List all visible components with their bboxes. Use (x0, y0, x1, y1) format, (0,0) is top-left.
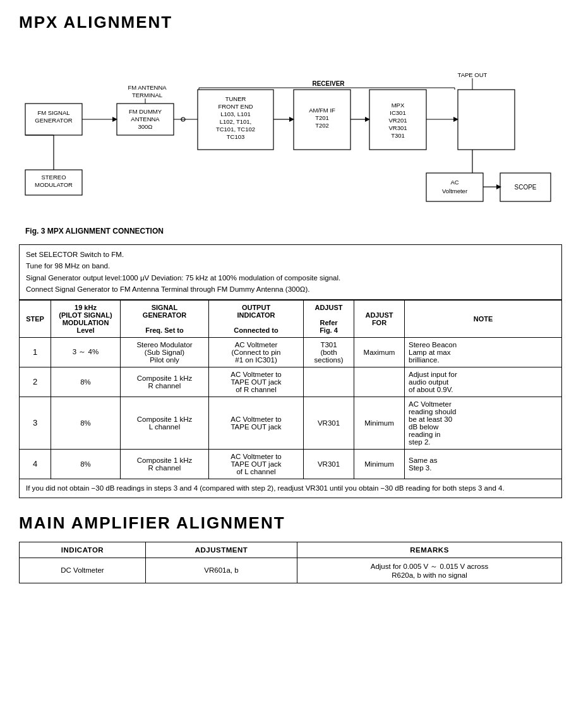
svg-text:GENERATOR: GENERATOR (35, 117, 72, 124)
svg-text:TERMINAL: TERMINAL (132, 92, 162, 98)
footer-note: If you did not obtain −30 dB readings in… (19, 479, 562, 498)
amp-row1-remarks: Adjust for 0.005 V ～ 0.015 V acrossR620a… (297, 558, 562, 583)
svg-text:T301: T301 (391, 132, 405, 139)
row1-output-indicator: AC Voltmeter(Connect to pin#1 on IC301) (209, 337, 304, 367)
row2-output-indicator: AC Voltmeter toTAPE OUT jackof R channel (209, 367, 304, 397)
amp-row1-indicator: DC Voltmeter (20, 558, 146, 583)
row2-step: 2 (20, 367, 51, 397)
svg-text:AC: AC (450, 179, 458, 186)
row1-adjust-for: Maximum (354, 337, 405, 367)
amp-col-adjustment: ADJUSTMENT (146, 542, 297, 558)
svg-text:TC103: TC103 (227, 133, 245, 140)
svg-rect-43 (458, 90, 515, 150)
row3-signal-gen: Composite 1 kHzL channel (121, 397, 209, 449)
row3-adjust: VR301 (304, 397, 354, 449)
table-row: 2 8% Composite 1 kHzR channel AC Voltmet… (20, 367, 562, 397)
amp-alignment-table: INDICATOR ADJUSTMENT REMARKS DC Voltmete… (19, 542, 562, 583)
row3-note: AC Voltmeterreading shouldbe at least 30… (405, 397, 562, 449)
svg-text:VR201: VR201 (388, 117, 407, 124)
svg-text:VR301: VR301 (388, 124, 407, 131)
svg-text:TC101, TC102: TC101, TC102 (216, 126, 255, 133)
row1-modulation: 3 ～ 4% (51, 337, 121, 367)
setup-notes: Set SELECTOR Switch to FM. Tune for 98 M… (19, 244, 562, 300)
amp-col-remarks: REMARKS (297, 542, 562, 558)
row2-adjust-for (354, 367, 405, 397)
svg-text:TAPE OUT: TAPE OUT (458, 71, 488, 78)
amp-row1-adjustment: VR601a, b (146, 558, 297, 583)
col-header-modulation: 19 kHz(PILOT SIGNAL)MODULATIONLevel (51, 300, 121, 337)
row4-note: Same asStep 3. (405, 449, 562, 479)
fig-caption: Fig. 3 MPX ALIGNMENT CONNECTION (19, 227, 562, 236)
setup-line4: Connect Signal Generator to FM Antenna T… (26, 283, 555, 295)
row3-adjust-for: Minimum (354, 397, 405, 449)
svg-text:RECEIVER: RECEIVER (312, 80, 345, 87)
svg-text:T202: T202 (315, 122, 329, 129)
svg-marker-49 (496, 184, 501, 189)
row2-adjust (304, 367, 354, 397)
svg-text:MODULATOR: MODULATOR (35, 181, 73, 188)
row4-adjust-for: Minimum (354, 449, 405, 479)
col-header-step: STEP (20, 300, 51, 337)
table-row: 1 3 ～ 4% Stereo Modulator(Sub Signal)Pil… (20, 337, 562, 367)
row4-step: 4 (20, 449, 51, 479)
setup-line1: Set SELECTOR Switch to FM. (26, 249, 555, 260)
row2-signal-gen: Composite 1 kHzR channel (121, 367, 209, 397)
row3-output-indicator: AC Voltmeter toTAPE OUT jack (209, 397, 304, 449)
svg-text:300Ω: 300Ω (138, 123, 153, 130)
row1-note: Stereo BeaconLamp at maxbrilliance. (405, 337, 562, 367)
svg-text:SCOPE: SCOPE (514, 184, 536, 191)
svg-text:ANTENNA: ANTENNA (131, 116, 160, 122)
row2-modulation: 8% (51, 367, 121, 397)
svg-text:AM/FM IF: AM/FM IF (309, 107, 335, 114)
row3-step: 3 (20, 397, 51, 449)
table-row: DC Voltmeter VR601a, b Adjust for 0.005 … (20, 558, 562, 583)
row1-signal-gen: Stereo Modulator(Sub Signal)Pilot only (121, 337, 209, 367)
svg-text:FM SIGNAL: FM SIGNAL (37, 109, 69, 116)
row1-adjust: T301(bothsections) (304, 337, 354, 367)
row4-signal-gen: Composite 1 kHzR channel (121, 449, 209, 479)
section2-title: MAIN AMPLIFIER ALIGNMENT (19, 513, 562, 533)
svg-text:MPX: MPX (392, 102, 405, 109)
setup-line3: Signal Generator output level:1000 μV De… (26, 272, 555, 283)
svg-text:FRONT END: FRONT END (218, 103, 253, 110)
col-header-output-indicator: OUTPUTINDICATORConnected to (209, 300, 304, 337)
row1-step: 1 (20, 337, 51, 367)
col-header-adjust-for: ADJUSTFOR (354, 300, 405, 337)
svg-text:T201: T201 (315, 114, 329, 121)
table-row: 4 8% Composite 1 kHzR channel AC Voltmet… (20, 449, 562, 479)
svg-text:FM ANTENNA: FM ANTENNA (128, 84, 167, 91)
row2-note: Adjust input foraudio outputof about 0.9… (405, 367, 562, 397)
svg-text:L103, L101: L103, L101 (220, 110, 251, 117)
row4-modulation: 8% (51, 449, 121, 479)
table-row: 3 8% Composite 1 kHzL channel AC Voltmet… (20, 397, 562, 449)
svg-text:STEREO: STEREO (41, 174, 66, 181)
page-title: MPX ALIGNMENT (19, 13, 562, 32)
col-header-adjust: ADJUSTReferFig. 4 (304, 300, 354, 337)
svg-text:IC301: IC301 (390, 109, 405, 116)
row3-modulation: 8% (51, 397, 121, 449)
mpx-alignment-diagram: FM SIGNAL GENERATOR FM DUMMY ANTENNA 300… (19, 44, 562, 220)
col-header-signal-gen: SIGNALGENERATORFreq. Set to (121, 300, 209, 337)
setup-line2: Tune for 98 MHz on band. (26, 260, 555, 272)
svg-text:FM DUMMY: FM DUMMY (129, 108, 162, 115)
mpx-alignment-table: STEP 19 kHz(PILOT SIGNAL)MODULATIONLevel… (19, 300, 562, 479)
amp-col-indicator: INDICATOR (20, 542, 146, 558)
svg-text:TUNER: TUNER (225, 95, 246, 102)
row4-output-indicator: AC Voltmeter toTAPE OUT jackof L channel (209, 449, 304, 479)
row4-adjust: VR301 (304, 449, 354, 479)
svg-text:Voltmeter: Voltmeter (442, 188, 467, 194)
col-header-note: NOTE (405, 300, 562, 337)
svg-text:L102, T101,: L102, T101, (220, 118, 252, 125)
